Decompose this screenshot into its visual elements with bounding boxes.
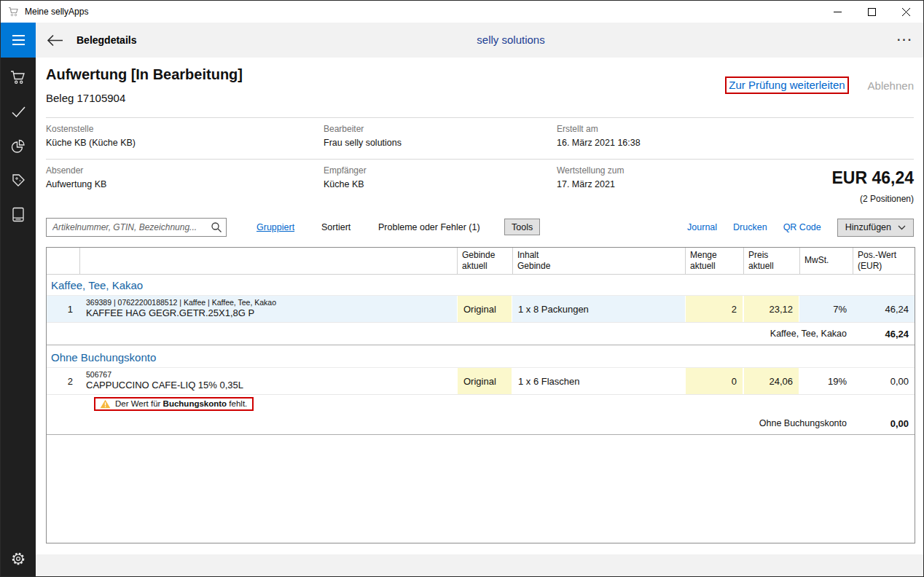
article-name: KAFFEE HAG GEGR.GETR.25X1,8G P: [86, 307, 254, 320]
position-number: 1: [47, 296, 79, 322]
table-row[interactable]: 1 369389 | 07622200188512 | Kaffee | Kaf…: [47, 296, 915, 323]
menge-cell[interactable]: 0: [685, 368, 743, 394]
position-number: 2: [47, 368, 79, 394]
app-logo-icon: [7, 6, 19, 17]
window-title: Meine sellyApps: [25, 7, 88, 17]
close-icon[interactable]: [889, 1, 923, 23]
app-window: Meine sellyApps Belegdetails selly solut…: [0, 0, 924, 577]
search-input[interactable]: [47, 219, 226, 236]
problems-filter[interactable]: Probleme oder Fehler (1): [378, 222, 480, 232]
meta-label-kostenstelle: Kostenstelle: [46, 124, 93, 134]
brand-title: selly solutions: [409, 23, 613, 58]
meta-value-wertstellung: 17. März 2021: [557, 179, 615, 189]
gebinde-cell[interactable]: Original: [457, 296, 512, 322]
qr-code-link[interactable]: QR Code: [783, 222, 821, 232]
sidebar: [1, 58, 36, 576]
meta-value-bearbeiter: Frau selly solutions: [324, 138, 402, 148]
warning-row: Der Wert für Buchungskonto fehlt.: [47, 395, 915, 412]
checkmark-icon[interactable]: [1, 95, 36, 129]
missing-account-warning: Der Wert für Buchungskonto fehlt.: [94, 397, 254, 411]
poswert-cell: 46,24: [853, 296, 915, 322]
main-content: Aufwertung [In Bearbeitung] Beleg 171059…: [36, 58, 923, 576]
warning-triangle-icon: [100, 399, 111, 409]
maximize-icon[interactable]: [855, 1, 889, 23]
add-dropdown-button[interactable]: Hinzufügen: [837, 219, 914, 237]
article-detail: 369389 | 07622200188512 | Kaffee | Kaffe…: [86, 298, 276, 308]
book-icon[interactable]: [1, 197, 36, 232]
back-button[interactable]: [43, 23, 66, 58]
title-bar: Meine sellyApps: [1, 1, 923, 23]
inhalt-cell: 1 x 6 Flaschen: [512, 368, 685, 394]
mwst-cell: 7%: [799, 296, 853, 322]
meta-value-kostenstelle: Küche KB (Küche KB): [46, 138, 136, 148]
subtotal-value: 0,00: [853, 418, 915, 429]
meta-value-empfaenger: Küche KB: [324, 179, 364, 189]
article-detail: 506767: [86, 370, 111, 380]
search-box: [46, 218, 227, 237]
cart-icon[interactable]: [1, 60, 36, 95]
add-dropdown-label: Hinzufügen: [845, 222, 891, 232]
group-header-kaffee[interactable]: Kaffee, Tee, Kakao: [47, 275, 915, 296]
table-row[interactable]: 2 506767 CAPPUCCINO CAFE-LIQ 15% 0,35L O…: [47, 368, 915, 395]
tools-button[interactable]: Tools: [504, 219, 540, 235]
inhalt-cell: 1 x 8 Packungen: [512, 296, 685, 322]
meta-value-erstellt-am: 16. März 2021 16:38: [557, 138, 641, 148]
article-cell: 506767 CAPPUCCINO CAFE-LIQ 15% 0,35L: [79, 368, 457, 394]
more-ellipsis-icon[interactable]: ···: [897, 23, 913, 58]
meta-label-wertstellung: Wertstellung zum: [557, 165, 624, 176]
hamburger-menu-button[interactable]: [1, 23, 36, 58]
tag-icon[interactable]: [1, 163, 36, 197]
total-positions: (2 Positionen): [860, 194, 914, 204]
journal-link[interactable]: Journal: [687, 222, 717, 232]
divider: [46, 159, 914, 160]
sorted-toggle[interactable]: Sortiert: [321, 222, 351, 232]
article-name: CAPPUCCINO CAFE-LIQ 15% 0,35L: [86, 380, 243, 392]
gebinde-cell[interactable]: Original: [457, 368, 512, 394]
meta-label-bearbeiter: Bearbeiter: [324, 124, 364, 134]
poswert-cell: 0,00: [853, 368, 915, 394]
page-title: Belegdetails: [77, 23, 136, 58]
grouped-toggle[interactable]: Gruppiert: [257, 222, 294, 232]
meta-label-empfaenger: Empfänger: [324, 165, 367, 176]
group-subtotal-row: Kaffee, Tee, Kakao 46,24: [47, 323, 915, 345]
meta-label-erstellt-am: Erstellt am: [557, 124, 598, 134]
article-cell: 369389 | 07622200188512 | Kaffee | Kaffe…: [79, 296, 457, 322]
chevron-down-icon: [898, 225, 906, 230]
mwst-cell: 19%: [799, 368, 853, 394]
minimize-icon[interactable]: [821, 1, 855, 23]
reject-button[interactable]: Ablehnen: [868, 79, 914, 92]
positions-table: Gebindeaktuell InhaltGebinde Mengeaktuel…: [46, 247, 915, 543]
annotation-red-box: Zur Prüfung weiterleiten: [725, 76, 848, 94]
bottom-bar: [36, 554, 923, 576]
gear-icon[interactable]: [1, 543, 36, 575]
divider: [46, 117, 914, 118]
document-number: Beleg 17105904: [46, 92, 125, 104]
table-header-row: Gebindeaktuell InhaltGebinde Mengeaktuel…: [47, 248, 915, 275]
forward-for-review-button[interactable]: Zur Prüfung weiterleiten: [729, 79, 845, 91]
subtotal-value: 46,24: [853, 329, 915, 339]
search-icon[interactable]: [211, 221, 222, 236]
subtotal-label: Kaffee, Tee, Kakao: [47, 329, 853, 339]
meta-label-absender: Absender: [46, 165, 83, 176]
nav-bar: Belegdetails selly solutions ···: [1, 23, 923, 58]
document-title: Aufwertung [In Bearbeitung]: [46, 66, 243, 83]
group-header-ohne-buchungskonto[interactable]: Ohne Buchungskonto: [47, 347, 915, 368]
print-link[interactable]: Drucken: [733, 222, 767, 232]
meta-value-absender: Aufwertung KB: [46, 179, 106, 189]
preis-cell[interactable]: 23,12: [743, 296, 799, 322]
preis-cell[interactable]: 24,06: [743, 368, 799, 394]
total-amount: EUR 46,24: [831, 168, 914, 188]
pie-chart-icon[interactable]: [1, 129, 36, 163]
subtotal-label: Ohne Buchungskonto: [47, 418, 853, 428]
group-subtotal-row: Ohne Buchungskonto 0,00: [47, 412, 915, 435]
menge-cell[interactable]: 2: [685, 296, 743, 322]
